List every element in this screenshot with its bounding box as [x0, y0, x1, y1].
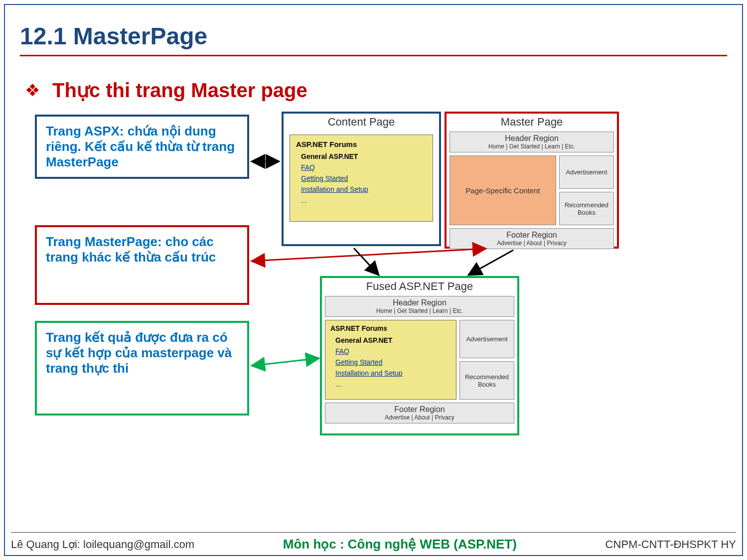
forum-title: ASP.NET Forums [296, 140, 427, 148]
master-footer-sub: Advertise | About | Privacy [450, 240, 613, 247]
content-page-body: ASP.NET Forums General ASP.NET FAQ Getti… [290, 135, 433, 222]
fused-forum-sub: General ASP.NET [330, 336, 451, 344]
svg-line-1 [252, 249, 486, 261]
page-specific-content: Page-Specific Content [449, 155, 556, 225]
master-footer: Footer Region Advertise | About | Privac… [449, 228, 614, 249]
master-header-text: Header Region [450, 134, 613, 143]
diagram: Trang ASPX: chứa nội dung riêng. Kết cấu… [35, 112, 722, 475]
footer-left: Lê Quang Lợi: loilequang@gmail.com [11, 538, 194, 551]
fused-forum-link: FAQ [330, 347, 451, 355]
description-aspx: Trang ASPX: chứa nội dung riêng. Kết cấu… [35, 115, 249, 179]
fused-inner: Header Region Home | Get Started | Learn… [325, 296, 514, 423]
master-side: Advertisement Recommended Books [559, 155, 614, 225]
bullet-row: ❖ Thực thi trang Master page [25, 79, 722, 102]
fused-header-text: Header Region [325, 298, 514, 307]
forum-link: FAQ [296, 163, 427, 171]
advertisement-box: Advertisement [559, 155, 614, 189]
title-rule [20, 55, 727, 56]
footer-mid: Môn học : Công nghệ WEB (ASP.NET) [283, 537, 517, 552]
svg-line-4 [468, 250, 513, 275]
content-page-panel: Content Page ASP.NET Forums General ASP.… [282, 112, 441, 246]
description-master: Trang MasterPage: cho các trang khác kế … [35, 225, 249, 305]
forum-link: Installation and Setup [296, 185, 427, 193]
slide-frame: 12.1 MasterPage ❖ Thực thi trang Master … [4, 4, 743, 556]
master-page-panel: Master Page Header Region Home | Get Sta… [445, 112, 619, 249]
fused-side: Advertisement Recommended Books [459, 320, 514, 400]
master-footer-text: Footer Region [450, 231, 613, 240]
books-box: Recommended Books [559, 192, 614, 225]
master-header: Header Region Home | Get Started | Learn… [449, 132, 614, 152]
master-header-sub: Home | Get Started | Learn | Etc. [450, 143, 613, 150]
fused-header: Header Region Home | Get Started | Learn… [325, 296, 514, 317]
bullet-text: Thực thi trang Master page [52, 79, 307, 102]
fused-footer-text: Footer Region [325, 405, 514, 414]
content-area: ❖ Thực thi trang Master page Trang ASPX:… [5, 64, 742, 475]
svg-line-3 [354, 248, 379, 275]
fused-header-sub: Home | Get Started | Learn | Etc. [325, 307, 514, 314]
forum-ellipsis: ... [296, 196, 427, 204]
title-area: 12.1 MasterPage [5, 5, 742, 64]
fused-footer: Footer Region Advertise | About | Privac… [325, 403, 514, 423]
fused-page-title: Fused ASP.NET Page [322, 278, 517, 296]
master-mid: Page-Specific Content Advertisement Reco… [449, 155, 614, 225]
slide-footer: Lê Quang Lợi: loilequang@gmail.com Môn h… [11, 532, 736, 552]
svg-line-2 [252, 358, 319, 366]
forum-link: Getting Started [296, 174, 427, 182]
footer-right: CNPM-CNTT-ĐHSPKT HY [605, 538, 736, 551]
fused-content-body: ASP.NET Forums General ASP.NET FAQ Getti… [325, 320, 456, 400]
forum-sub: General ASP.NET [296, 152, 427, 160]
content-page-title: Content Page [284, 114, 439, 132]
fused-forum-title: ASP.NET Forums [330, 324, 451, 332]
fused-footer-sub: Advertise | About | Privacy [325, 414, 514, 421]
diamond-bullet-icon: ❖ [25, 80, 40, 100]
fused-ad-box: Advertisement [459, 320, 514, 358]
fused-page-panel: Fused ASP.NET Page Header Region Home | … [320, 276, 519, 435]
fused-ellipsis: ... [330, 380, 451, 388]
slide-title: 12.1 MasterPage [20, 22, 727, 50]
master-page-inner: Header Region Home | Get Started | Learn… [449, 132, 614, 249]
description-fused: Trang kết quả được đưa ra có sự kết hợp … [35, 321, 249, 416]
fused-mid: ASP.NET Forums General ASP.NET FAQ Getti… [325, 320, 514, 400]
master-page-title: Master Page [447, 114, 617, 132]
fused-forum-link: Installation and Setup [330, 369, 451, 377]
fused-books-box: Recommended Books [459, 361, 514, 400]
fused-forum-link: Getting Started [330, 358, 451, 366]
